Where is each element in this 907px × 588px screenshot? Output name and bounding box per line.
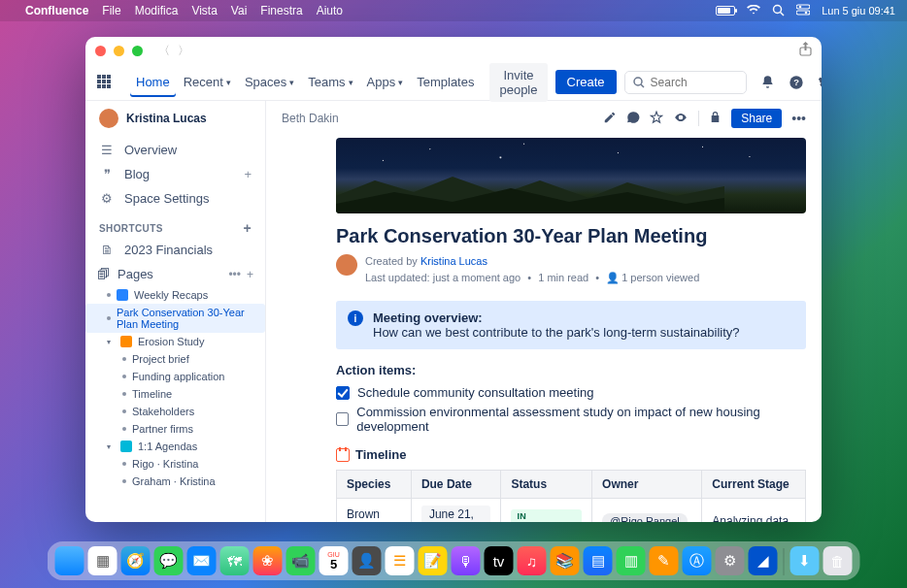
menubar-clock[interactable]: Lun 5 giu 09:41 [822,5,895,16]
dock-downloads[interactable]: ⬇ [790,546,820,575]
menu-file[interactable]: File [102,4,120,17]
app-switcher-icon[interactable] [97,75,111,90]
star-icon[interactable] [650,111,663,127]
dock-trash[interactable]: 🗑 [823,546,853,575]
expand-icon[interactable]: ▾ [107,338,115,346]
window-maximize-button[interactable] [132,46,143,56]
dock-notes[interactable]: 📝 [419,546,448,575]
calendar-icon [336,448,350,462]
shortcut-2023-financials[interactable]: 🗎2023 Financials [85,238,265,262]
dock-reminders[interactable]: ☰ [386,546,415,575]
spotlight-icon[interactable] [772,4,785,18]
action-item-1[interactable]: Schedule community consultation meeting [336,385,806,400]
add-blog-icon[interactable]: + [244,167,252,181]
space-header[interactable]: Kristina Lucas [85,101,265,138]
dock-safari[interactable]: 🧭 [121,546,151,575]
dock-calendar[interactable]: GIU5 [319,546,349,575]
nav-spaces[interactable]: Spaces▾ [239,71,300,93]
page-icon [120,336,132,347]
create-button[interactable]: Create [555,70,617,94]
dock-messages[interactable]: 💬 [154,546,184,575]
dock-tv[interactable]: tv [485,546,514,575]
nav-home[interactable]: Home [130,71,176,97]
pages-header[interactable]: 🗐Pages •••+ [85,262,265,286]
expand-icon[interactable]: ▾ [107,442,115,451]
page-stakeholders[interactable]: Stakeholders [85,403,265,420]
dock-mail[interactable]: ✉️ [187,546,217,575]
macos-share-icon[interactable] [799,42,812,59]
restrictions-icon[interactable] [709,110,722,127]
page-weekly-recaps[interactable]: Weekly Recaps [85,286,265,304]
date-pill[interactable]: June 21, 2023 [421,506,491,522]
window-minimize-button[interactable] [114,46,124,56]
page-graham-kristina[interactable]: Graham · Kristina [85,473,265,490]
page-funding-application[interactable]: Funding application [85,368,265,385]
page-project-brief[interactable]: Project brief [85,350,265,368]
nav-apps[interactable]: Apps▾ [361,71,410,93]
page-erosion-study[interactable]: ▾Erosion Study [85,333,265,350]
nav-templates[interactable]: Templates [411,71,480,93]
dock-pages[interactable]: ✎ [650,546,679,575]
share-button[interactable]: Share [731,109,782,128]
dock-music[interactable]: ♫ [518,546,547,575]
notifications-icon[interactable] [760,74,775,91]
dock-podcasts[interactable]: 🎙 [452,546,481,575]
dock-finder[interactable] [55,546,84,575]
page-11-agendas[interactable]: ▾1:1 Agendas [85,438,265,455]
watch-icon[interactable] [673,111,689,127]
add-page-button[interactable]: + [247,268,253,281]
col-owner: Owner [592,471,702,499]
menu-view[interactable]: Vista [191,4,217,17]
wifi-icon[interactable] [747,5,760,16]
checkbox-unchecked-icon[interactable] [336,412,349,426]
dock-numbers[interactable]: ▥ [617,546,646,575]
dock-launchpad[interactable]: ▦ [88,546,118,575]
dock-facetime[interactable]: 📹 [286,546,316,575]
window-close-button[interactable] [95,46,106,56]
global-search[interactable] [624,71,747,94]
dock-books[interactable]: 📚 [551,546,580,575]
menu-edit[interactable]: Modifica [135,4,179,17]
page-timeline[interactable]: Timeline [85,385,265,403]
search-input[interactable] [651,76,738,89]
page-rigo-kristina[interactable]: Rigo · Kristina [85,455,265,473]
dock-maps[interactable]: 🗺 [220,546,250,575]
checkbox-checked-icon[interactable] [336,386,350,400]
control-center-icon[interactable] [796,4,810,17]
table-row[interactable]: Brown BearJune 21, 2023IN PROGRESS@Rigo … [337,499,806,523]
settings-icon[interactable] [818,74,822,91]
invite-people-button[interactable]: Invite people [489,63,547,102]
dock-appstore[interactable]: Ⓐ [683,546,712,575]
menu-window[interactable]: Finestra [260,4,302,17]
nav-back-button[interactable]: 〈 [158,43,170,59]
nav-forward-button[interactable]: 〉 [178,43,189,59]
more-actions-icon[interactable]: ••• [791,111,806,126]
help-icon[interactable]: ? [789,74,804,91]
nav-teams[interactable]: Teams▾ [302,71,358,93]
sidebar-overview[interactable]: ☰Overview [85,138,265,162]
page-partner-firms[interactable]: Partner firms [85,420,265,438]
nav-recent[interactable]: Recent▾ [178,71,237,93]
dock-confluence[interactable]: ◢ [749,546,778,575]
page-main: Beth Dakin Share ••• [266,101,822,522]
breadcrumb[interactable]: Beth Dakin [282,112,339,125]
dock-keynote[interactable]: ▤ [584,546,613,575]
action-item-2[interactable]: Commission environmental assessment stud… [336,405,806,434]
author-avatar[interactable] [336,254,357,276]
menu-go[interactable]: Vai [231,4,247,17]
sidebar-space-settings[interactable]: ⚙Space Settings [85,186,265,211]
add-shortcut-button[interactable]: + [243,220,252,236]
author-link[interactable]: Kristina Lucas [420,255,487,267]
battery-icon[interactable] [716,6,735,16]
page-park-plan-meeting[interactable]: Park Conservation 30-Year Plan Meeting [85,304,265,333]
dock-contacts[interactable]: 👤 [353,546,382,575]
dock-photos[interactable]: ❀ [253,546,283,575]
comment-icon[interactable] [626,111,640,127]
owner-mention[interactable]: @Rigo Rangel [602,513,688,522]
dock-settings[interactable]: ⚙ [716,546,745,575]
app-name-menu[interactable]: Confluence [25,4,88,17]
menu-help[interactable]: Aiuto [317,4,343,17]
edit-icon[interactable] [603,111,617,127]
pages-more-button[interactable]: ••• [228,268,241,281]
sidebar-blog[interactable]: ❞Blog+ [85,162,265,186]
